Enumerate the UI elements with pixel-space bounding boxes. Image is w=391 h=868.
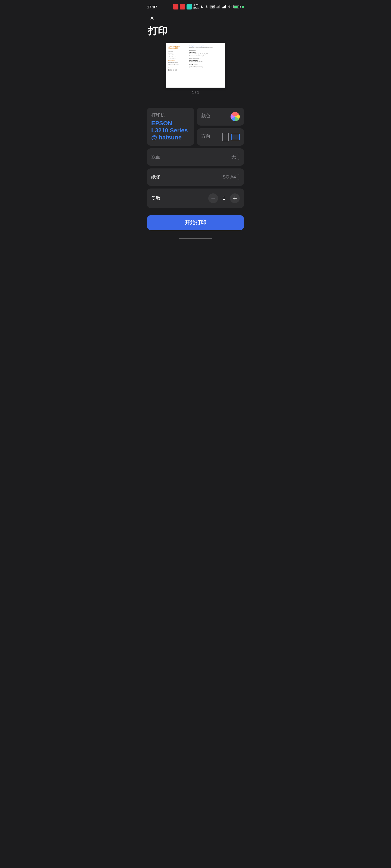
copies-increment-button[interactable] <box>230 193 240 203</box>
duplex-label: 双面 <box>151 154 161 160</box>
duplex-chevron: ⌃⌄ <box>237 153 240 161</box>
duplex-value: 无 ⌃⌄ <box>231 153 240 161</box>
copies-count: 1 <box>221 195 227 201</box>
printer-card[interactable]: 打印机 EPSON L3210 Series @ hatsune <box>147 108 194 146</box>
color-picker[interactable] <box>230 112 240 121</box>
portrait-option[interactable] <box>222 133 229 141</box>
app-icon-screenrecord <box>173 4 178 9</box>
copies-stepper: 1 <box>208 193 240 203</box>
hd-badge: HD <box>210 5 215 8</box>
copies-decrement-button[interactable] <box>208 193 218 203</box>
svg-rect-3 <box>219 5 220 8</box>
preview-left-col: The Nobel Prize inChemistry 2024 Summary… <box>168 45 188 71</box>
home-indicator <box>143 236 248 241</box>
svg-rect-4 <box>222 7 223 8</box>
status-icons: 0.75KB/s HD <box>173 4 244 10</box>
home-bar <box>179 238 212 239</box>
mic-active-dot <box>242 6 244 8</box>
app-icon-teal <box>187 4 192 9</box>
print-preview-page: The Nobel Prize inChemistry 2024 Summary… <box>166 43 225 88</box>
svg-rect-12 <box>233 198 237 198</box>
orientation-card[interactable]: 方向 <box>197 128 244 146</box>
printer-name: EPSON L3210 Series @ hatsune <box>151 120 190 141</box>
signal-bars-2-icon <box>222 5 226 9</box>
status-bar: 17:07 0.75KB/s HD <box>143 0 248 12</box>
svg-rect-10 <box>211 198 215 198</box>
print-button-container: 开始打印 <box>143 211 248 236</box>
print-preview-container: The Nobel Prize inChemistry 2024 Summary… <box>143 41 248 98</box>
svg-rect-2 <box>219 6 219 8</box>
copies-card: 份数 1 <box>147 188 244 208</box>
paper-label: 纸张 <box>151 174 161 180</box>
duplex-card[interactable]: 双面 无 ⌃⌄ <box>147 148 244 166</box>
paper-chevron: ⌃⌄ <box>237 173 240 181</box>
color-label: 颜色 <box>201 113 211 119</box>
paper-value: ISO A4 ⌃⌄ <box>221 173 240 181</box>
svg-rect-6 <box>224 6 225 8</box>
print-button[interactable]: 开始打印 <box>147 215 244 230</box>
svg-rect-0 <box>217 7 217 8</box>
color-card[interactable]: 颜色 <box>197 108 244 126</box>
preview-right-col: The Royal Swedish Academy of Sciences ha… <box>189 45 223 69</box>
page-counter: 1 / 1 <box>192 90 199 95</box>
bluetooth-icon <box>205 5 208 9</box>
app-icon-youtube <box>180 4 185 9</box>
orientation-label: 方向 <box>201 133 211 139</box>
svg-rect-7 <box>225 5 226 8</box>
landscape-option[interactable] <box>231 134 240 140</box>
signal-speed: 0.75KB/s <box>193 4 198 10</box>
status-time: 17:07 <box>147 5 157 9</box>
printer-label: 打印机 <box>151 112 190 118</box>
close-button[interactable] <box>148 14 156 22</box>
close-icon <box>149 16 155 21</box>
settings-section: 打印机 EPSON L3210 Series @ hatsune 颜色 方向 <box>143 103 248 208</box>
header: 打印 <box>143 12 248 41</box>
copies-label: 份数 <box>151 195 161 201</box>
page-title: 打印 <box>148 26 243 36</box>
paper-card[interactable]: 纸张 ISO A4 ⌃⌄ <box>147 168 244 186</box>
preview-title-orange: The Nobel Prize inChemistry 2024 <box>168 45 187 49</box>
svg-rect-5 <box>223 6 224 8</box>
navigation-icon <box>200 5 204 9</box>
printer-color-row: 打印机 EPSON L3210 Series @ hatsune 颜色 方向 <box>147 108 244 146</box>
wifi-icon <box>227 5 232 9</box>
orientation-options <box>222 133 240 141</box>
signal-bars-icon <box>216 5 221 9</box>
battery-indicator <box>233 5 241 8</box>
svg-rect-1 <box>218 6 218 8</box>
